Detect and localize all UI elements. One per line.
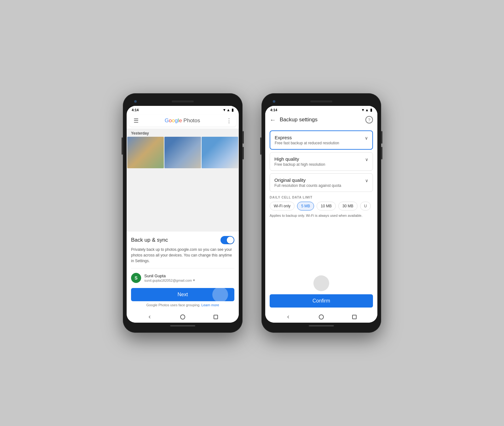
settings-content: Express Free fast backup at reduced reso… [265, 127, 377, 273]
vol-up-button-2[interactable] [381, 131, 382, 144]
wifi-icon-2: ▾ [362, 108, 364, 112]
status-time-1: 4:14 [132, 108, 139, 112]
photo-grid [127, 137, 239, 168]
more-options-icon[interactable]: ⋮ [226, 117, 232, 124]
status-icons-2: ▾ ▲ ▮ [362, 108, 372, 112]
settings-header-left: ← Backup settings [270, 116, 318, 124]
phone-bottom-bar-2 [265, 323, 377, 329]
account-info: Sunil Gupta sunil.gupta182052@gmail.com … [144, 273, 234, 282]
wifi-icon: ▾ [223, 108, 225, 112]
express-chevron-icon: ∨ [365, 135, 368, 141]
logo-e2: e [179, 118, 182, 124]
home-circle-icon [180, 314, 185, 320]
data-chip-unlimited[interactable]: U [360, 202, 371, 210]
recents-square-icon [214, 315, 218, 319]
photos-app-header: ☰ Google Photos ⋮ [129, 115, 236, 127]
original-quality-desc: Full resolution that counts against quot… [274, 183, 365, 188]
phone-bottom-bar-1 [127, 323, 239, 329]
signal-icon: ▲ [226, 108, 230, 112]
home-nav-button-2[interactable] [318, 314, 324, 320]
home-circle-icon-2 [319, 314, 324, 320]
quality-option-high[interactable]: High quality Free backup at high resolut… [270, 152, 373, 171]
button-ripple [212, 287, 228, 302]
backup-sync-row: Back up & sync [131, 236, 234, 244]
power-button[interactable] [122, 137, 123, 155]
learn-more-link[interactable]: Learn more [201, 303, 219, 307]
email-text: sunil.gupta182052@gmail.com [144, 279, 192, 282]
account-row[interactable]: S Sunil Gupta sunil.gupta182052@gmail.co… [131, 271, 234, 285]
status-bar-1: 4:14 ▾ ▲ ▮ [127, 106, 239, 113]
express-text: Express Free fast backup at reduced reso… [275, 135, 365, 145]
confirm-button[interactable]: Confirm [270, 294, 373, 308]
yesterday-label: Yesterday [127, 129, 239, 137]
help-button[interactable]: ? [365, 116, 373, 124]
back-nav-button-2[interactable] [285, 314, 291, 320]
vol-down-button[interactable] [243, 147, 244, 159]
vol-down-button-2[interactable] [381, 147, 382, 159]
earpiece-speaker [172, 101, 194, 102]
power-button-2[interactable] [260, 137, 261, 155]
phone-top-bar-2 [265, 97, 377, 106]
home-nav-button-1[interactable] [180, 314, 186, 320]
avatar: S [131, 273, 141, 283]
account-name: Sunil Gupta [144, 273, 234, 278]
data-chip-30mb[interactable]: 30 MB [338, 202, 358, 210]
divider-1 [131, 268, 234, 268]
recents-nav-button-1[interactable] [213, 314, 219, 320]
photo-tile-3[interactable] [202, 137, 238, 168]
data-chip-10mb[interactable]: 10 MB [317, 202, 336, 210]
daily-limit-label: DAILY CELL DATA LIMIT [270, 196, 373, 199]
original-quality-title: Original quality [274, 177, 365, 183]
high-quality-chevron-icon: ∨ [365, 157, 368, 162]
backup-section: Back up & sync Privately back up to phot… [127, 232, 239, 311]
quality-option-express[interactable]: Express Free fast backup at reduced reso… [270, 130, 373, 150]
data-chip-wifi[interactable]: Wi-Fi only [270, 202, 295, 210]
photo-tile-1[interactable] [127, 137, 164, 168]
original-quality-chevron-icon: ∨ [365, 178, 368, 183]
backup-sync-toggle[interactable] [220, 236, 234, 244]
status-icons-1: ▾ ▲ ▮ [223, 108, 234, 112]
confirm-ripple [313, 275, 329, 291]
settings-header: ← Backup settings ? [265, 113, 377, 127]
backup-sync-title: Back up & sync [131, 237, 168, 243]
confirm-button-label: Confirm [312, 298, 330, 303]
face-grouping-text: Google Photos uses face grouping. Learn … [131, 303, 234, 307]
recents-nav-button-2[interactable] [351, 314, 358, 320]
backup-description: Privately back up to photos.google.com s… [131, 247, 234, 264]
logo-photos: Photos [182, 118, 200, 124]
original-quality-text: Original quality Full resolution that co… [274, 177, 365, 188]
battery-icon-2: ▮ [370, 108, 372, 112]
home-indicator-2 [309, 325, 334, 326]
data-chip-5mb[interactable]: 5 MB [297, 202, 314, 210]
logo-gl: g [175, 118, 178, 124]
data-limit-options: Wi-Fi only 5 MB 10 MB 30 MB U [270, 202, 373, 210]
phone-1: 4:14 ▾ ▲ ▮ ☰ Google Photos ⋮ Yesterday [123, 93, 243, 333]
photos-content: Yesterday [127, 129, 239, 232]
wifi-note: Applies to backup only. Wi-Fi is always … [270, 214, 373, 217]
next-button[interactable]: Next [131, 288, 234, 301]
vol-up-button[interactable] [243, 131, 244, 144]
recents-square-icon-2 [352, 315, 357, 319]
front-camera-2 [273, 100, 275, 103]
hamburger-menu-icon[interactable]: ☰ [134, 117, 139, 124]
high-quality-text: High quality Free backup at high resolut… [274, 156, 365, 167]
high-quality-desc: Free backup at high resolution [274, 162, 365, 167]
phone2-screen: 4:14 ▾ ▲ ▮ ← Backup settings ? Express F… [265, 106, 377, 323]
high-quality-title: High quality [274, 156, 365, 162]
front-camera [134, 100, 137, 103]
logo-o2: o [172, 118, 175, 124]
logo-g: G [165, 118, 169, 124]
android-nav-2 [265, 311, 377, 323]
settings-page-title: Backup settings [280, 117, 318, 123]
back-nav-button-1[interactable] [146, 314, 153, 320]
face-grouping-label: Google Photos uses face grouping. [146, 303, 200, 307]
toggle-thumb [227, 237, 234, 244]
status-time-2: 4:14 [270, 108, 277, 112]
quality-option-original[interactable]: Original quality Full resolution that co… [270, 173, 373, 192]
google-photos-logo: Google Photos [165, 118, 200, 124]
phone-2: 4:14 ▾ ▲ ▮ ← Backup settings ? Express F… [261, 93, 381, 333]
android-nav-1 [127, 311, 239, 323]
home-indicator-1 [170, 325, 195, 326]
photo-tile-2[interactable] [164, 137, 201, 168]
back-button-icon[interactable]: ← [270, 116, 276, 124]
